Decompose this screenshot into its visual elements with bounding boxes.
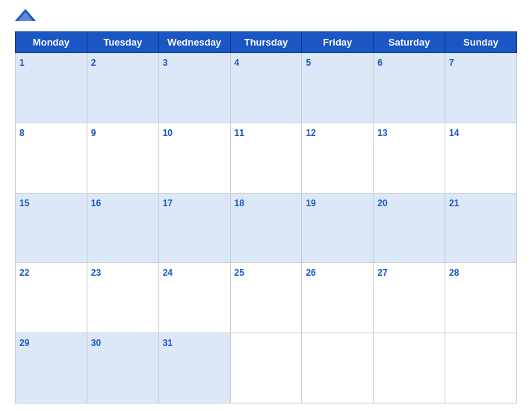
day-number: 24 [163,268,173,278]
day-number: 29 [19,338,29,348]
calendar-cell: 16 [87,193,158,263]
calendar-cell: 26 [302,263,374,333]
day-number: 6 [377,58,383,68]
calendar-cell: 18 [230,193,302,263]
day-number: 12 [306,128,315,138]
calendar-cell: 13 [374,123,445,193]
calendar-cell: 15 [16,193,87,263]
calendar-table: MondayTuesdayWednesdayThursdayFridaySatu… [15,31,517,404]
day-number: 2 [91,58,96,68]
calendar-cell: 10 [158,123,230,193]
day-number: 3 [163,58,168,68]
day-number: 30 [91,338,101,348]
calendar-cell [302,333,374,404]
weekday-header-friday: Friday [302,32,374,53]
calendar-cell: 25 [230,263,302,333]
day-number: 31 [163,338,173,348]
logo-bird-icon [15,7,36,24]
calendar-cell: 14 [445,123,517,193]
day-number: 21 [449,198,459,208]
day-number: 1 [19,58,25,68]
day-number: 11 [235,128,244,138]
week-row-4: 22232425262728 [16,263,517,333]
calendar-cell: 29 [16,333,87,404]
day-number: 14 [449,128,459,138]
calendar-cell: 7 [445,53,517,123]
day-number: 9 [91,128,96,138]
week-row-3: 15161718192021 [16,193,517,263]
calendar-cell: 31 [158,333,230,404]
calendar-cell: 19 [302,193,374,263]
calendar-cell: 23 [87,263,158,333]
calendar-cell: 2 [87,53,158,123]
day-number: 16 [91,198,101,208]
week-row-1: 1234567 [16,53,517,123]
logo [15,7,42,24]
calendar-cell: 28 [445,263,517,333]
calendar-cell: 20 [374,193,445,263]
day-number: 7 [449,58,454,68]
day-number: 20 [377,198,387,208]
calendar-cell: 12 [302,123,374,193]
calendar-cell: 30 [87,333,158,404]
calendar-cell: 17 [158,193,230,263]
day-number: 15 [19,198,29,208]
week-row-5: 293031 [16,333,517,404]
day-number: 27 [377,268,387,278]
day-number: 18 [235,198,244,208]
weekday-header-tuesday: Tuesday [87,32,158,53]
calendar-cell [374,333,445,404]
day-number: 5 [306,58,311,68]
week-row-2: 891011121314 [16,123,517,193]
weekday-header-row: MondayTuesdayWednesdayThursdayFridaySatu… [16,32,517,53]
weekday-header-sunday: Sunday [445,32,517,53]
weekday-header-thursday: Thursday [230,32,302,53]
weekday-header-saturday: Saturday [374,32,445,53]
day-number: 13 [377,128,387,138]
calendar-cell [445,333,517,404]
calendar-cell: 27 [374,263,445,333]
day-number: 19 [306,198,315,208]
calendar-cell: 8 [16,123,87,193]
logo-header [15,7,517,24]
calendar-cell: 9 [87,123,158,193]
calendar-cell: 11 [230,123,302,193]
calendar-cell: 6 [374,53,445,123]
day-number: 26 [306,268,315,278]
weekday-header-monday: Monday [16,32,87,53]
day-number: 23 [91,268,101,278]
day-number: 28 [449,268,459,278]
calendar-cell: 24 [158,263,230,333]
day-number: 10 [163,128,173,138]
calendar-cell: 21 [445,193,517,263]
calendar-cell: 3 [158,53,230,123]
calendar-cell: 22 [16,263,87,333]
calendar-cell: 5 [302,53,374,123]
day-number: 25 [235,268,244,278]
calendar-cell: 4 [230,53,302,123]
calendar-cell: 1 [16,53,87,123]
calendar-cell [230,333,302,404]
day-number: 17 [163,198,173,208]
day-number: 4 [235,58,240,68]
day-number: 8 [19,128,25,138]
day-number: 22 [19,268,29,278]
weekday-header-wednesday: Wednesday [158,32,230,53]
